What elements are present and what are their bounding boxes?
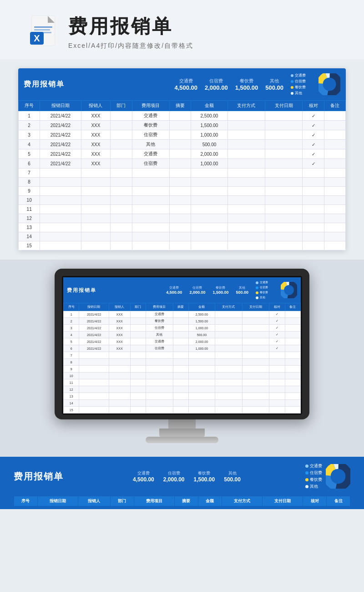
bottom-stat-traffic: 交通费 4,500.00	[133, 470, 154, 483]
bottom-donut-chart-icon	[326, 464, 350, 489]
legend-food-dot	[291, 86, 293, 89]
top-preview-card: 费用报销单 交通费 4,500.00 住宿费 2,000.00 餐饮费 1,50…	[18, 68, 346, 250]
table-row: 42021/4/22XXX其他500.00✓	[64, 332, 301, 338]
table-row: 52021/4/22XXX交通费2,000.00✓	[19, 149, 346, 159]
col-date: 报销日期	[40, 101, 81, 111]
legend-hotel-dot	[291, 80, 293, 83]
monitor-neck	[168, 419, 196, 429]
svg-point-18	[284, 286, 293, 295]
stat-hotel-label: 住宿费	[205, 78, 228, 84]
table-header-row: 序号 报销日期 报销人 部门 费用项目 摘要 金额 支付方式 支付日期 核对 备…	[19, 101, 346, 111]
subtitle: Excel/A4打印/内容随意修改/自带格式	[68, 42, 193, 50]
stat-other-label: 其他	[265, 78, 283, 84]
col-item: 费用项目	[132, 101, 169, 111]
bottom-stat-other: 其他 500.00	[224, 470, 241, 483]
col-check: 核对	[303, 101, 324, 111]
mini-stat-food: 餐饮费 1,500.00	[212, 286, 228, 295]
stat-hotel: 住宿费 2,000.00	[205, 78, 228, 91]
table-row: 42021/4/22XXX其他500.00✓	[19, 140, 346, 149]
table-row: 12	[64, 386, 301, 393]
table-row: 10	[19, 196, 346, 205]
mini-stat-other: 其他 500.00	[236, 286, 248, 295]
bottom-table-section: 序号 报销日期 报销人 部门 费用项目 摘要 金额 支付方式 支付日期 核对 备…	[0, 496, 364, 509]
stat-traffic-value: 4,500.00	[174, 84, 197, 91]
bottom-right: 交通费 住宿费 餐饮费 其他	[305, 463, 350, 490]
monitor-base	[146, 437, 218, 443]
table-body: 12021/4/22XXX交通费2,500.00✓22021/4/22XXX餐饮…	[19, 111, 346, 250]
monitor-screen: 费用报销单 交通费 4,500.00 住宿费 2,000.00 餐饮费 1,50	[62, 276, 302, 415]
bottom-table-header-row: 序号 报销日期 报销人 部门 费用项目 摘要 金额 支付方式 支付日期 核对 备…	[14, 496, 350, 506]
bottom-banner-stats: 交通费 4,500.00 住宿费 2,000.00 餐饮费 1,500.00 其…	[133, 470, 241, 483]
table-row: 12	[19, 214, 346, 223]
stat-traffic-label: 交通费	[174, 78, 197, 84]
top-section: X 费用报销单 Excel/A4打印/内容随意修改/自带格式	[0, 0, 364, 59]
stat-food-value: 1,500.00	[235, 84, 258, 91]
table-row: 52021/4/22XXX交通费2,000.00✓	[64, 338, 301, 345]
main-title: 费用报销单	[68, 14, 193, 39]
table-row: 10	[64, 373, 301, 379]
mini-sheet-stats: 交通费 4,500.00 住宿费 2,000.00 餐饮费 1,500.00	[166, 281, 297, 300]
svg-rect-4	[34, 26, 52, 28]
table-row: 15	[64, 407, 301, 413]
col-paymethod: 支付方式	[228, 101, 265, 111]
mini-table-body: 12021/4/22XXX交通费2,500.00✓22021/4/22XXX餐饮…	[64, 311, 301, 413]
table-row: 22021/4/22XXX餐饮费1,500.00✓	[19, 121, 346, 130]
table-row: 32021/4/22XXX住宿费1,000.00✓	[64, 325, 301, 332]
monitor: 费用报销单 交通费 4,500.00 住宿费 2,000.00 餐饮费 1,50	[55, 269, 309, 419]
mini-stat-hotel: 住宿费 2,000.00	[189, 286, 205, 295]
mini-sheet-title: 费用报销单	[67, 287, 96, 294]
sheet-title: 费用报销单	[24, 80, 65, 89]
legend-traffic-dot	[291, 74, 293, 77]
table-row: 13	[19, 223, 346, 232]
bottom-banner: 费用报销单 交通费 4,500.00 住宿费 2,000.00 餐饮费 1,50…	[0, 457, 364, 496]
legend-area: 交通费 住宿费 餐饮费 其他	[291, 73, 306, 96]
mini-table-header-row: 序号 报销日期 报销人 部门 费用项目 摘要 金额 支付方式 支付日期 核对 备…	[64, 303, 301, 311]
svg-rect-5	[34, 29, 50, 31]
col-person: 报销人	[81, 101, 111, 111]
svg-point-23	[331, 470, 345, 483]
col-no: 序号	[19, 101, 40, 111]
table-row: 11	[19, 205, 346, 214]
stat-hotel-value: 2,000.00	[205, 84, 228, 91]
table-row: 7	[19, 168, 346, 178]
mini-sheet-header: 费用报销单 交通费 4,500.00 住宿费 2,000.00 餐饮费 1,50	[63, 277, 301, 303]
table-row: 22021/4/22XXX餐饮费1,500.00✓	[64, 318, 301, 325]
legend-traffic: 交通费	[291, 73, 306, 78]
table-row: 9	[19, 187, 346, 196]
sheet-header: 费用报销单 交通费 4,500.00 住宿费 2,000.00 餐饮费 1,50…	[18, 68, 346, 100]
table-row: 13	[64, 393, 301, 400]
stat-food: 餐饮费 1,500.00	[235, 78, 258, 91]
expense-table: 序号 报销日期 报销人 部门 费用项目 摘要 金额 支付方式 支付日期 核对 备…	[18, 100, 346, 250]
table-row: 14	[64, 400, 301, 407]
monitor-stand	[159, 429, 205, 437]
stat-traffic: 交通费 4,500.00	[174, 78, 197, 91]
table-row: 12021/4/22XXX交通费2,500.00✓	[64, 311, 301, 318]
legend-other-dot	[291, 92, 293, 95]
table-row: 12021/4/22XXX交通费2,500.00✓	[19, 111, 346, 121]
table-row: 7	[64, 352, 301, 359]
monitor-wrapper: 费用报销单 交通费 4,500.00 住宿费 2,000.00 餐饮费 1,50	[55, 269, 309, 443]
table-row: 11	[64, 379, 301, 386]
stat-other-value: 500.00	[265, 84, 283, 91]
mini-legend: 交通费 住宿费 餐饮费 其他	[256, 281, 268, 300]
legend-food: 餐饮费	[291, 85, 306, 90]
svg-point-13	[324, 78, 336, 91]
legend-hotel: 住宿费	[291, 79, 306, 84]
bottom-stat-food: 餐饮费 1,500.00	[194, 470, 215, 483]
mini-expense-table: 序号 报销日期 报销人 部门 费用项目 摘要 金额 支付方式 支付日期 核对 备…	[63, 303, 301, 413]
bottom-stat-hotel: 住宿费 2,000.00	[163, 470, 185, 483]
col-remark: 备注	[324, 101, 345, 111]
col-dept: 部门	[111, 101, 132, 111]
col-amount: 金额	[191, 101, 228, 111]
svg-text:X: X	[34, 33, 40, 43]
mini-donut-chart-icon	[281, 282, 297, 298]
excel-icon: X	[27, 14, 59, 50]
col-desc: 摘要	[169, 101, 191, 111]
table-row: 62021/4/22XXX住宿费1,000.00✓	[64, 345, 301, 352]
table-row: 8	[64, 359, 301, 366]
col-paydate: 支付日期	[265, 101, 303, 111]
table-row: 15	[19, 241, 346, 250]
donut-chart-icon	[318, 73, 340, 95]
bottom-legend: 交通费 住宿费 餐饮费 其他	[305, 463, 322, 490]
title-area: 费用报销单 Excel/A4打印/内容随意修改/自带格式	[68, 14, 193, 50]
